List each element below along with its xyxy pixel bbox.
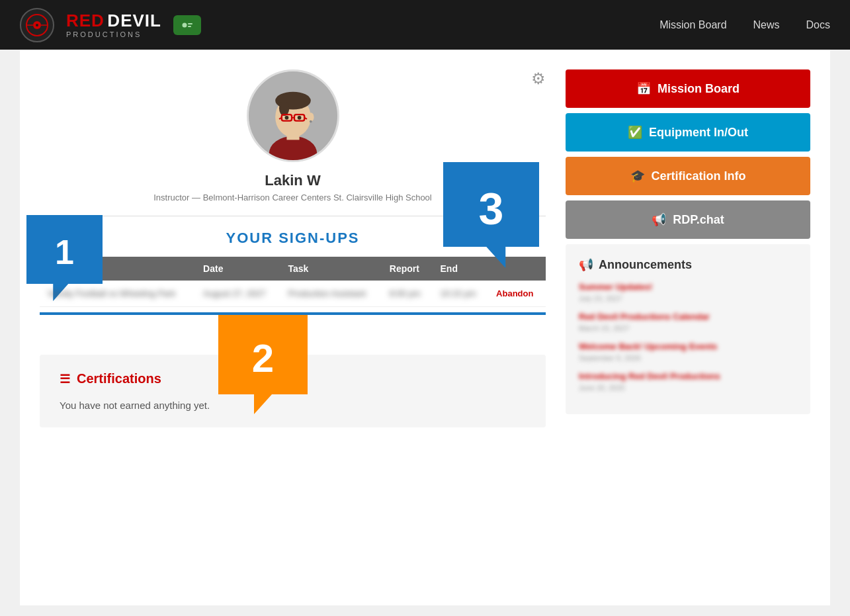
announce-item-0[interactable]: Summer Updates! July 23, 2027 (579, 282, 797, 304)
user-role: Instructor — Belmont-Harrison Career Cen… (153, 193, 431, 202)
announce-link-1[interactable]: Red Devil Productions Calendar (579, 312, 797, 322)
announce-link-2[interactable]: Welcome Back! Upcoming Events (579, 341, 797, 351)
announce-icon: 📢 (579, 257, 593, 272)
svg-point-22 (308, 112, 314, 121)
cell-date: August 27, 2027 (195, 281, 280, 307)
cell-mission: Varsity Football vs Wheeling Park (40, 281, 195, 307)
svg-point-21 (297, 116, 301, 120)
right-col: 📅 Mission Board ✅ Equipment In/Out 🎓 Cer… (566, 69, 810, 586)
graduation-icon: 🎓 (630, 169, 645, 183)
announce-date-2: September 9, 2026 (579, 354, 641, 362)
table-row: Varsity Football vs Wheeling Park August… (40, 281, 546, 307)
svg-rect-5 (180, 20, 194, 30)
navbar-left: RED DEVIL PRODUCTIONS (20, 8, 201, 42)
navbar-right: Mission Board News Docs (659, 19, 830, 31)
svg-rect-7 (188, 23, 192, 24)
svg-point-2 (36, 24, 38, 26)
calendar-icon: 📅 (636, 81, 651, 96)
avatar (247, 69, 339, 162)
cert-empty-message: You have not earned anything yet. (60, 400, 526, 411)
announce-link-3[interactable]: Introducing Red Devil Productions (579, 371, 797, 381)
table-header-row: Mission Date Task Report End (40, 257, 546, 281)
main-container: ⚙ 1 3 (20, 50, 830, 605)
nav-mission-board[interactable]: Mission Board (659, 19, 726, 31)
gear-icon[interactable]: ⚙ (531, 69, 546, 88)
rdpchat-button[interactable]: 📢 RDP.chat (566, 200, 810, 239)
id-card-icon[interactable] (173, 15, 201, 35)
col-report: Report (382, 257, 433, 281)
col-action (488, 257, 546, 281)
table-progress-bar (40, 312, 546, 315)
announce-date-3: June 20, 2025 (579, 384, 625, 392)
signups-table: Mission Date Task Report End Varsity Foo… (40, 257, 546, 307)
announce-item-1[interactable]: Red Devil Productions Calendar March 15,… (579, 312, 797, 333)
cell-end: 10:15 pm (433, 281, 489, 307)
mission-board-button[interactable]: 📅 Mission Board (566, 69, 810, 108)
announce-date-0: July 23, 2027 (579, 294, 622, 302)
logo-devil: DEVIL (107, 11, 161, 30)
svg-rect-8 (188, 26, 191, 27)
left-col: ⚙ 1 3 (40, 69, 546, 586)
logo-icon (20, 8, 54, 42)
col-date: Date (195, 257, 280, 281)
cert-icon: ☰ (60, 372, 70, 386)
announce-item-3[interactable]: Introducing Red Devil Productions June 2… (579, 371, 797, 393)
nav-news[interactable]: News (753, 19, 780, 31)
announce-date-1: March 15, 2027 (579, 324, 629, 332)
check-icon: ✅ (628, 125, 642, 140)
certification-info-button[interactable]: 🎓 Certification Info (566, 157, 810, 195)
announcements-panel: 📢 Announcements Summer Updates! July 23,… (566, 244, 810, 414)
nav-docs[interactable]: Docs (806, 19, 830, 31)
logo-productions: PRODUCTIONS (66, 30, 161, 38)
announcements-title: 📢 Announcements (579, 257, 797, 272)
certifications-section: 2 ☰ Certifications You have not earned a… (40, 355, 546, 427)
logo-text: RED DEVIL PRODUCTIONS (66, 11, 161, 38)
navbar: RED DEVIL PRODUCTIONS Mission Board News… (0, 0, 850, 50)
svg-point-6 (182, 22, 187, 27)
announce-item-2[interactable]: Welcome Back! Upcoming Events September … (579, 341, 797, 363)
profile-section: ⚙ 1 3 (40, 69, 546, 216)
svg-point-23 (309, 120, 312, 123)
svg-point-14 (278, 101, 288, 116)
announce-link-0[interactable]: Summer Updates! (579, 282, 797, 292)
abandon-button[interactable]: Abandon (496, 288, 533, 298)
col-end: End (433, 257, 489, 281)
equipment-button[interactable]: ✅ Equipment In/Out (566, 113, 810, 152)
svg-point-20 (284, 116, 288, 120)
megaphone-icon: 📢 (652, 212, 666, 227)
cell-task: Production Assistant (280, 281, 381, 307)
col-task: Task (280, 257, 381, 281)
logo-red: RED (66, 11, 105, 30)
user-name: Lakin W (265, 172, 320, 189)
cell-report: 8:00 pm (382, 281, 433, 307)
